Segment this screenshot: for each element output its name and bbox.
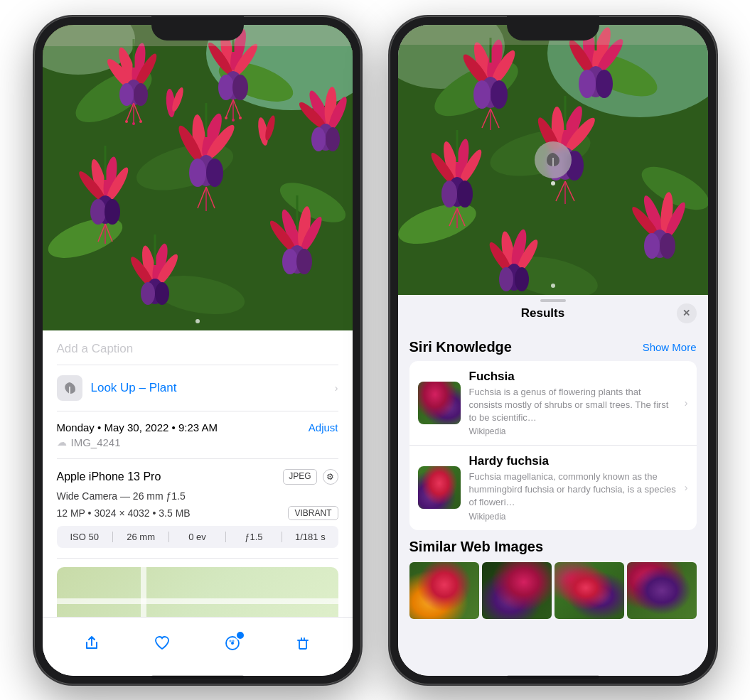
svg-point-47 [90, 199, 106, 225]
exif-shutter: 1/181 s [282, 532, 338, 542]
web-images-grid [409, 562, 697, 619]
toolbar [43, 617, 353, 676]
web-image-1[interactable] [409, 562, 479, 619]
format-badge: JPEG [283, 469, 316, 485]
page-indicator [195, 319, 200, 323]
svg-point-57 [189, 158, 206, 187]
results-panel: Results ✕ Siri Knowledge Show More [398, 295, 708, 676]
svg-point-147 [660, 233, 675, 259]
exif-iso: ISO 50 [57, 532, 113, 542]
svg-point-74 [141, 282, 155, 305]
svg-rect-159 [398, 25, 708, 45]
info-section: Add a Caption Look Up – Plant › [43, 330, 353, 617]
web-image-4[interactable] [627, 562, 697, 619]
web-image-3[interactable] [555, 562, 624, 619]
svg-point-68 [296, 249, 312, 274]
fuchsia-description: Fuchsia is a genus of flowering plants t… [469, 386, 676, 425]
exif-row: ISO 50 26 mm 0 ev ƒ1.5 1/181 s [57, 526, 338, 548]
results-title: Results [409, 306, 677, 321]
close-button[interactable]: ✕ [677, 303, 697, 323]
visual-lookup-leaf-icon [544, 151, 562, 169]
camera-model: Apple iPhone 13 Pro [57, 470, 161, 483]
map-section[interactable] [57, 567, 338, 617]
web-images-section: Similar Web Images [398, 530, 708, 625]
lookup-prefix: Look Up – [91, 381, 149, 394]
web-images-title: Similar Web Images [409, 539, 697, 555]
left-phone: Add a Caption Look Up – Plant › [34, 16, 361, 684]
visual-lookup-dot [551, 181, 555, 185]
lookup-icon [57, 375, 82, 401]
svg-point-19 [125, 120, 128, 123]
share-button[interactable] [76, 628, 107, 659]
filename-text: IMG_4241 [71, 436, 121, 448]
exif-focal: 26 mm [113, 532, 169, 542]
svg-point-14 [119, 83, 134, 106]
lookup-chevron: › [335, 382, 338, 394]
photo-background [43, 25, 353, 330]
hardy-fuchsia-description: Fuchsia magellanica, commonly known as t… [469, 470, 676, 510]
fuchsia-name: Fuchsia [469, 370, 676, 384]
delete-button[interactable] [287, 628, 318, 659]
svg-point-32 [225, 117, 227, 119]
mp-specs: 12 MP • 3024 × 4032 • 3.5 MB [57, 507, 191, 519]
adjust-button[interactable]: Adjust [309, 421, 338, 434]
drag-handle[interactable] [540, 299, 566, 302]
svg-point-15 [134, 83, 148, 106]
camera-badges: JPEG ⚙ [283, 469, 338, 485]
fuchsia-thumbnail [418, 382, 461, 424]
hardy-fuchsia-info: Hardy fuchsia Fuchsia magellanica, commo… [469, 454, 676, 522]
info-button[interactable] [217, 628, 248, 659]
flower-photo-svg [43, 25, 353, 330]
svg-point-34 [239, 117, 242, 119]
share-icon [84, 635, 100, 651]
favorite-button[interactable] [146, 628, 178, 659]
svg-point-120 [596, 70, 613, 98]
date-text: Monday • May 30, 2022 • 9:23 AM [57, 421, 218, 434]
knowledge-card: Fuchsia Fuchsia is a genus of flowering … [409, 361, 697, 530]
camera-section: Apple iPhone 13 Pro JPEG ⚙ Wide Camera —… [57, 459, 338, 559]
visual-lookup-button[interactable] [535, 141, 572, 178]
svg-point-58 [206, 158, 223, 187]
hardy-fuchsia-thumb-image [418, 466, 461, 509]
exif-aperture: ƒ1.5 [226, 532, 282, 542]
home-indicator [151, 675, 244, 679]
phones-container: Add a Caption Look Up – Plant › [20, 2, 731, 699]
lookup-row[interactable]: Look Up – Plant › [57, 365, 338, 411]
siri-knowledge-header: Siri Knowledge Show More [398, 330, 708, 361]
show-more-button[interactable]: Show More [643, 341, 697, 353]
fuchsia-info: Fuchsia Fuchsia is a genus of flowering … [469, 370, 676, 437]
date-section: Monday • May 30, 2022 • 9:23 AM Adjust ☁… [57, 411, 338, 459]
lookup-subject: Plant [149, 381, 177, 394]
svg-point-154 [515, 267, 529, 291]
svg-point-27 [218, 75, 234, 100]
svg-point-28 [232, 75, 248, 100]
cloud-icon: ☁ [57, 436, 67, 448]
svg-point-126 [441, 181, 457, 208]
svg-point-127 [457, 181, 473, 208]
right-page-dot [551, 284, 555, 288]
hardy-fuchsia-chevron: › [685, 482, 688, 493]
settings-icon[interactable]: ⚙ [323, 469, 338, 485]
svg-point-110 [491, 80, 508, 109]
leaf-icon [63, 381, 77, 395]
svg-point-33 [232, 119, 235, 122]
exif-ev: 0 ev [169, 532, 225, 542]
svg-point-75 [155, 282, 169, 305]
results-header: Results ✕ [398, 295, 708, 330]
lookup-label: Look Up – Plant [91, 381, 177, 395]
fuchsia-chevron: › [685, 397, 688, 409]
caption-area[interactable]: Add a Caption [57, 330, 338, 365]
left-photo-area[interactable] [43, 25, 353, 330]
svg-point-41 [326, 127, 340, 151]
heart-icon [154, 635, 170, 651]
svg-point-20 [132, 122, 135, 125]
svg-point-67 [282, 249, 298, 274]
knowledge-item-fuchsia[interactable]: Fuchsia Fuchsia is a genus of flowering … [409, 361, 697, 446]
svg-point-21 [139, 120, 142, 123]
web-image-2[interactable] [482, 562, 552, 619]
right-screen: Results ✕ Siri Knowledge Show More [398, 25, 708, 676]
map-road-h [57, 598, 338, 604]
trash-icon [295, 635, 311, 651]
knowledge-item-hardy-fuchsia[interactable]: Hardy fuchsia Fuchsia magellanica, commo… [409, 446, 697, 530]
svg-point-89 [231, 642, 234, 645]
